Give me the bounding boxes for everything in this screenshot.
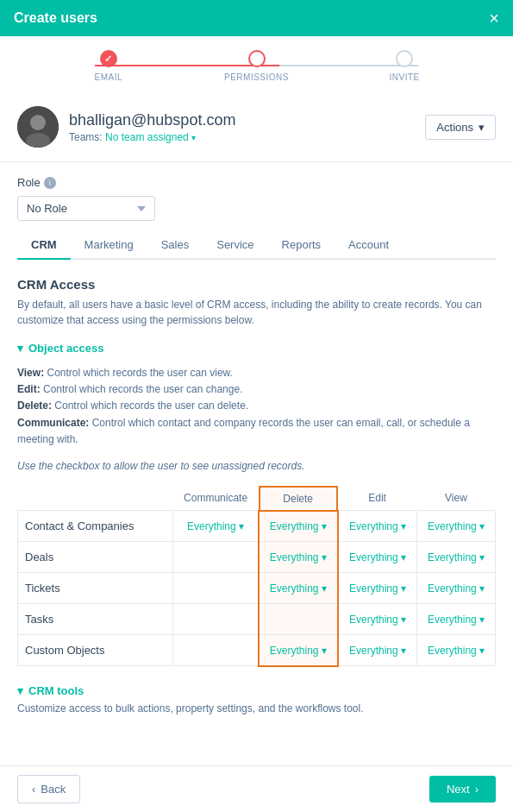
custom-edit-dropdown[interactable]: Everything ▾ [346,645,410,657]
crm-tools-toggle[interactable]: ▾ CRM tools [17,684,496,697]
chevron-down-icon: ▾ [401,582,406,595]
contacts-communicate-dropdown[interactable]: Everything ▾ [180,520,251,532]
cell-contacts-view: Everything ▾ [416,511,495,542]
role-label: Role i [17,176,496,189]
chevron-down-icon: ▾ [322,645,327,657]
user-info-left: bhalligan@hubspot.com Teams: No team ass… [17,106,235,148]
tab-sales[interactable]: Sales [147,231,203,260]
close-button[interactable]: × [489,9,499,27]
contacts-edit-dropdown[interactable]: Everything ▾ [346,520,410,532]
crm-access-desc: By default, all users have a basic level… [17,297,496,328]
next-chevron-icon: › [475,783,479,796]
chevron-down-icon: ▾ [479,614,485,626]
custom-delete-dropdown[interactable]: Everything ▾ [266,645,330,657]
object-access-description: View: Control which records the user can… [17,365,496,448]
tabs: CRM Marketing Sales Service Reports Acco… [17,231,496,260]
stepper: ✓ EMAIL PERMISSIONS INVITE [0,36,513,92]
object-access-toggle[interactable]: ▾ Object access [17,342,496,355]
col-header-edit: Edit [338,486,417,511]
avatar [17,106,59,148]
row-label-contacts: Contact & Companies [18,511,173,542]
step-permissions: PERMISSIONS [183,50,331,82]
team-assign-link[interactable]: No team assigned [105,131,189,143]
back-button[interactable]: ‹ Back [17,775,80,803]
cell-custom-communicate [173,635,259,666]
step-circle-invite [396,50,413,67]
modal-footer: ‹ Back Next › [0,765,513,812]
tickets-delete-dropdown[interactable]: Everything ▾ [266,582,330,595]
chevron-down-icon: ▾ [401,551,406,563]
access-note: Use the checkbox to allow the user to se… [17,460,496,472]
chevron-down-icon: ▾ [479,582,485,595]
cell-deals-edit: Everything ▾ [338,542,417,573]
tab-service[interactable]: Service [203,231,267,260]
tasks-view-dropdown[interactable]: Everything ▾ [424,614,488,626]
role-select[interactable]: No Role [17,196,155,221]
cell-tickets-edit: Everything ▾ [338,573,417,604]
chevron-down-icon: ▾ [401,520,406,532]
cell-contacts-communicate: Everything ▾ [173,511,259,542]
step-label-invite: INVITE [390,72,420,82]
custom-view-dropdown[interactable]: Everything ▾ [424,645,488,657]
deals-edit-dropdown[interactable]: Everything ▾ [346,551,410,563]
tabs-container: CRM Marketing Sales Service Reports Acco… [0,221,513,260]
tab-reports[interactable]: Reports [268,231,335,260]
cell-custom-view: Everything ▾ [416,635,495,666]
chevron-down-icon: ▾ [479,520,485,532]
access-table: Communicate Delete Edit View Contact & C… [17,486,496,667]
tab-marketing[interactable]: Marketing [71,231,147,260]
cell-tickets-communicate [173,573,259,604]
chevron-down-icon: ▾ [322,520,327,532]
next-button[interactable]: Next › [429,776,496,803]
actions-chevron-icon: ▾ [479,121,485,134]
deals-view-dropdown[interactable]: Everything ▾ [424,551,488,563]
chevron-down-icon: ▾ [401,645,406,657]
cell-deals-view: Everything ▾ [416,542,495,573]
back-chevron-icon: ‹ [32,783,35,796]
user-team: Teams: No team assigned ▾ [69,131,235,143]
actions-button[interactable]: Actions ▾ [425,115,496,140]
tab-account[interactable]: Account [335,231,403,260]
cell-deals-delete: Everything ▾ [259,542,338,573]
contacts-delete-dropdown[interactable]: Everything ▾ [266,520,330,532]
crm-tools-section: ▾ CRM tools Customize access to bulk act… [17,684,496,714]
modal-header: Create users × [0,0,513,36]
chevron-down-icon: ▾ [322,551,327,563]
cell-tasks-edit: Everything ▾ [338,604,417,635]
crm-tools-chevron-icon: ▾ [17,684,23,697]
step-invite: INVITE [330,50,479,82]
chevron-down-icon: ▾ [322,582,327,595]
cell-custom-delete: Everything ▾ [259,635,338,666]
cell-tasks-communicate [173,604,259,635]
tickets-edit-dropdown[interactable]: Everything ▾ [346,582,410,595]
contacts-view-dropdown[interactable]: Everything ▾ [424,520,488,532]
deals-delete-dropdown[interactable]: Everything ▾ [266,551,330,563]
user-email: bhalligan@hubspot.com [69,111,235,129]
tab-crm[interactable]: CRM [17,231,71,260]
col-header-delete: Delete [259,486,338,511]
cell-tasks-view: Everything ▾ [416,604,495,635]
user-details: bhalligan@hubspot.com Teams: No team ass… [69,111,235,143]
table-row: Tasks Everything ▾ Everything ▾ [18,604,496,635]
chevron-down-icon: ▾ [479,551,485,563]
user-info-bar: bhalligan@hubspot.com Teams: No team ass… [0,92,513,162]
svg-point-1 [30,115,46,130]
tasks-edit-dropdown[interactable]: Everything ▾ [346,614,410,626]
crm-access-title: CRM Access [17,277,496,292]
role-section: Role i No Role [0,162,513,221]
col-header-communicate: Communicate [173,486,259,511]
crm-tools-heading: CRM tools [28,684,84,697]
col-header-label [18,486,173,511]
step-label-permissions: PERMISSIONS [224,72,289,82]
table-row: Deals Everything ▾ Everything ▾ Everythi… [18,542,496,573]
cell-contacts-edit: Everything ▾ [338,511,417,542]
step-circle-email: ✓ [100,50,117,67]
col-header-view: View [416,486,495,511]
row-label-tasks: Tasks [18,604,173,635]
cell-tickets-delete: Everything ▾ [259,573,338,604]
modal-title: Create users [14,10,97,26]
row-label-custom-objects: Custom Objects [18,635,173,666]
table-row: Custom Objects Everything ▾ Everything ▾… [18,635,496,666]
step-email: ✓ EMAIL [34,50,183,82]
tickets-view-dropdown[interactable]: Everything ▾ [424,582,488,595]
